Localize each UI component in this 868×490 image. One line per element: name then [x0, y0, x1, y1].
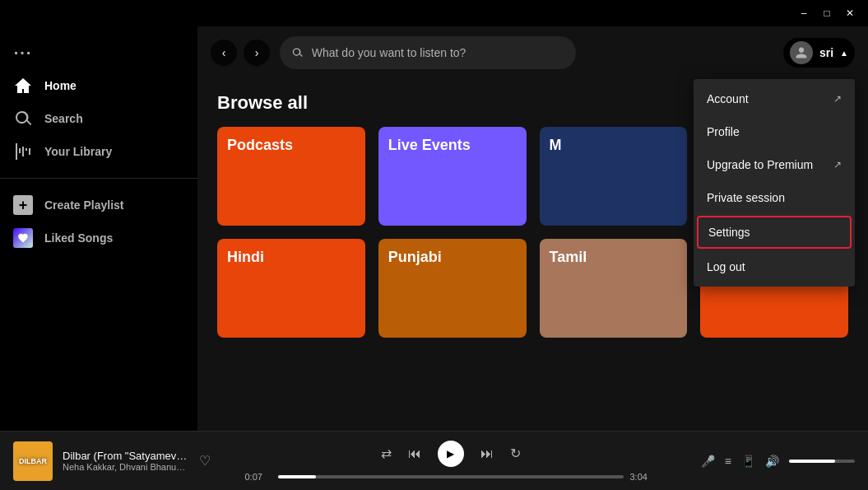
user-menu[interactable]: sri ▲ [783, 38, 855, 68]
repeat-button[interactable]: ↻ [510, 446, 521, 461]
topbar: ‹ › sri ▲ [197, 26, 868, 79]
create-playlist-label: Create Playlist [44, 198, 124, 212]
browse-card-music[interactable]: M [540, 127, 688, 226]
sidebar-item-search[interactable]: Search [0, 102, 197, 135]
player-controls: ⇄ ⏮ ▶ ⏭ ↻ 0:07 3:04 [224, 441, 677, 482]
prev-button[interactable]: ⏮ [408, 446, 421, 461]
music-label: M [550, 137, 562, 154]
sidebar-bottom-section: + Create Playlist Liked Songs [0, 185, 197, 258]
player-right: 🎤 ≡ 📱 🔊 [690, 455, 855, 468]
control-buttons: ⇄ ⏮ ▶ ⏭ ↻ [381, 441, 521, 467]
titlebar: – □ ✕ [0, 0, 868, 26]
sidebar-item-library[interactable]: Your Library [0, 135, 197, 168]
dropdown-item-settings[interactable]: Settings [697, 216, 852, 249]
thumb-label: DILBAR [19, 457, 47, 465]
browse-card-live-events[interactable]: Live Events [378, 127, 527, 226]
heart-button[interactable]: ♡ [199, 453, 211, 469]
liked-songs-label: Liked Songs [44, 231, 113, 245]
podcasts-label: Podcasts [227, 137, 293, 154]
search-bar-icon [291, 46, 304, 59]
account-label: Account [707, 92, 749, 105]
track-thumbnail: DILBAR [13, 441, 53, 481]
dropdown-menu: Account ↗ Profile Upgrade to Premium ↗ P… [694, 79, 855, 287]
track-artist: Neha Kakkar, Dhvani Bhanushali, Ikka, T.… [63, 462, 189, 472]
browse-card-hindi[interactable]: Hindi [217, 239, 365, 338]
search-bar[interactable] [280, 36, 576, 69]
sidebar: ··· Home Search [0, 26, 197, 431]
progress-bar-container: 0:07 3:04 [245, 472, 657, 482]
lyrics-button[interactable]: 🎤 [701, 455, 715, 468]
dropdown-item-account[interactable]: Account ↗ [694, 82, 855, 115]
volume-fill [789, 460, 835, 463]
upgrade-external-icon: ↗ [833, 159, 842, 170]
sidebar-item-home[interactable]: Home [0, 69, 197, 102]
nav-buttons: ‹ › [211, 40, 270, 66]
next-button[interactable]: ⏭ [480, 446, 494, 461]
more-icon: ··· [13, 43, 33, 63]
track-info: Dilbar (From "Satyameva Jayate") Neha Ka… [63, 450, 189, 472]
player-track: DILBAR Dilbar (From "Satyameva Jayate") … [13, 441, 211, 481]
punjabi-label: Punjabi [388, 249, 442, 266]
back-button[interactable]: ‹ [211, 40, 237, 66]
dropdown-item-logout[interactable]: Log out [694, 250, 855, 283]
shuffle-button[interactable]: ⇄ [381, 446, 392, 461]
sidebar-top-section: ··· Home Search [0, 33, 197, 171]
volume-bar[interactable] [789, 460, 855, 463]
live-events-label: Live Events [388, 137, 471, 154]
browse-card-punjabi[interactable]: Punjabi [378, 239, 527, 338]
player-bar: DILBAR Dilbar (From "Satyameva Jayate") … [0, 431, 868, 490]
dropdown-item-profile[interactable]: Profile [694, 115, 855, 148]
create-playlist-icon: + [13, 195, 33, 215]
chevron-up-icon: ▲ [840, 49, 848, 58]
sidebar-more-menu[interactable]: ··· [0, 36, 197, 69]
close-button[interactable]: ✕ [838, 2, 861, 25]
account-external-icon: ↗ [833, 93, 842, 105]
sidebar-item-liked-songs[interactable]: Liked Songs [0, 222, 197, 254]
forward-button[interactable]: › [244, 40, 270, 66]
queue-button[interactable]: ≡ [725, 455, 731, 468]
device-button[interactable]: 📱 [741, 455, 755, 468]
library-icon [13, 142, 33, 161]
app-body: ··· Home Search [0, 26, 868, 431]
dropdown-item-upgrade[interactable]: Upgrade to Premium ↗ [694, 148, 855, 181]
search-label: Search [44, 112, 83, 125]
avatar [790, 41, 813, 64]
main-content: ‹ › sri ▲ Browse all [197, 26, 868, 431]
browse-card-tamil[interactable]: Tamil [540, 239, 688, 338]
profile-label: Profile [707, 125, 740, 138]
volume-icon[interactable]: 🔊 [765, 455, 779, 468]
tamil-label: Tamil [550, 249, 587, 266]
play-button[interactable]: ▶ [438, 441, 464, 467]
sidebar-item-create-playlist[interactable]: + Create Playlist [0, 189, 197, 222]
minimize-button[interactable]: – [792, 2, 815, 25]
time-total: 3:04 [630, 472, 657, 482]
progress-track[interactable] [278, 475, 624, 478]
search-input[interactable] [312, 46, 564, 59]
hindi-label: Hindi [227, 249, 264, 266]
dropdown-item-private-session[interactable]: Private session [694, 181, 855, 214]
maximize-button[interactable]: □ [815, 2, 838, 25]
home-icon [13, 76, 33, 96]
settings-label: Settings [708, 226, 750, 239]
user-name: sri [819, 46, 833, 59]
time-current: 0:07 [245, 472, 272, 482]
home-label: Home [44, 79, 77, 92]
upgrade-label: Upgrade to Premium [707, 158, 813, 171]
logout-label: Log out [707, 260, 745, 273]
progress-fill [278, 475, 316, 478]
sidebar-divider-1 [0, 178, 197, 179]
private-session-label: Private session [707, 191, 785, 204]
liked-songs-icon [13, 228, 33, 248]
search-icon [13, 109, 33, 128]
track-name: Dilbar (From "Satyameva Jayate") [63, 450, 189, 462]
library-label: Your Library [44, 145, 112, 158]
browse-card-podcasts[interactable]: Podcasts [217, 127, 365, 226]
